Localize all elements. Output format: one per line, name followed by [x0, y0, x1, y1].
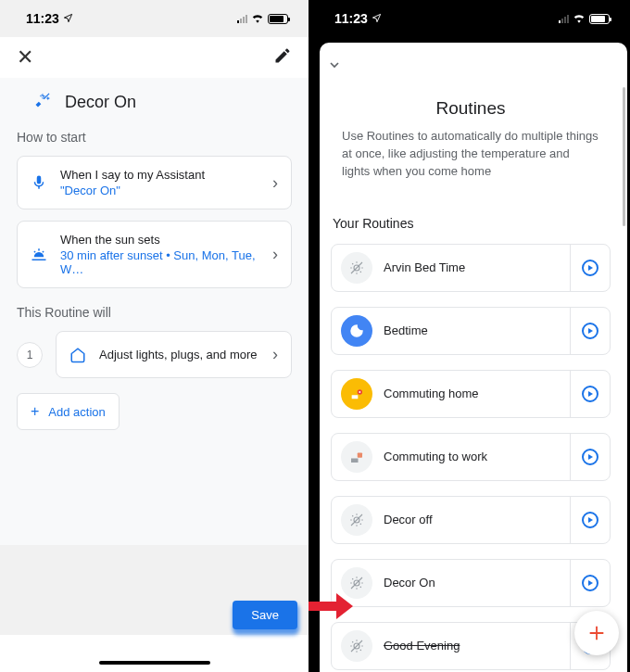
add-action-label: Add action [48, 405, 105, 419]
play-icon [582, 449, 598, 465]
play-icon [582, 323, 598, 339]
cellular-icon [237, 14, 247, 23]
voice-trigger-subtitle: "Decor On" [60, 184, 259, 197]
play-button[interactable] [571, 512, 610, 528]
play-button[interactable] [571, 386, 610, 402]
voice-trigger-card[interactable]: When I say to my Assistant "Decor On" › [17, 156, 292, 209]
battery-icon [268, 14, 288, 24]
routines-list-screen: 11:23 Routines Use Routines to automatic [309, 0, 630, 672]
wand-icon [33, 91, 52, 113]
sunset-trigger-title: When the sun sets [60, 233, 259, 247]
routine-name: Decor off [384, 513, 570, 526]
commute-home-icon [341, 378, 372, 410]
status-bar: 11:23 [0, 0, 309, 37]
voice-trigger-title: When I say to my Assistant [60, 168, 259, 182]
routine-name: Bedtime [384, 323, 570, 337]
routine-name: Good Evening [384, 639, 570, 653]
routine-will-label: This Routine will [17, 305, 292, 320]
close-icon[interactable]: ✕ [17, 45, 33, 70]
chevron-right-icon: › [272, 173, 278, 193]
routine-icon [341, 504, 372, 536]
chevron-down-icon[interactable] [327, 57, 342, 76]
routine-icon [341, 252, 372, 284]
battery-icon [589, 14, 610, 24]
how-to-start-label: How to start [17, 130, 292, 145]
home-icon [69, 347, 86, 363]
routine-title: Decor On [65, 93, 136, 112]
home-indicator[interactable] [99, 661, 210, 665]
chevron-right-icon: › [272, 245, 278, 264]
play-button[interactable] [571, 449, 610, 465]
sunset-icon [31, 247, 47, 263]
play-button[interactable] [571, 260, 610, 276]
your-routines-label: Your Routines [331, 216, 611, 231]
status-bar: 11:23 [309, 0, 630, 37]
page-title: Routines [320, 83, 622, 128]
play-button[interactable] [571, 323, 610, 339]
clock-text: 11:23 [26, 11, 59, 26]
wifi-icon [251, 12, 264, 26]
save-button[interactable]: Save [233, 601, 297, 629]
play-icon [582, 512, 598, 528]
plus-icon [586, 623, 607, 643]
chevron-right-icon: › [272, 345, 278, 364]
routine-item-arvin-bed-time[interactable]: Arvin Bed Time [331, 244, 611, 292]
sunset-trigger-subtitle: 30 min after sunset • Sun, Mon, Tue, W… [60, 248, 259, 276]
location-icon [372, 11, 382, 26]
play-button[interactable] [571, 575, 610, 591]
routine-icon [341, 567, 372, 599]
action-card[interactable]: Adjust lights, plugs, and more › [56, 331, 292, 378]
commute-work-icon [341, 441, 372, 473]
svg-rect-3 [358, 452, 362, 457]
svg-point-2 [359, 391, 360, 393]
routine-item-decor-on[interactable]: Decor On [331, 559, 611, 607]
routine-name: Decor On [384, 576, 570, 590]
moon-icon [341, 315, 372, 347]
routine-edit-screen: 11:23 ✕ Decor On How to star [0, 0, 309, 672]
routine-item-good-evening[interactable]: Good Evening [331, 622, 611, 670]
step-number: 1 [17, 342, 43, 368]
routine-name: Commuting home [384, 387, 570, 400]
page-description: Use Routines to automatically do multipl… [320, 128, 622, 181]
mic-icon [31, 174, 47, 191]
routine-item-decor-off[interactable]: Decor off [331, 496, 611, 544]
add-routine-fab[interactable] [574, 611, 619, 655]
plus-icon: + [31, 403, 39, 420]
routine-item-commuting-home[interactable]: Commuting home [331, 370, 611, 418]
play-icon [582, 386, 598, 402]
edit-icon[interactable] [273, 46, 292, 69]
routine-name: Commuting to work [384, 450, 570, 463]
play-icon [582, 575, 598, 591]
sunset-trigger-card[interactable]: When the sun sets 30 min after sunset • … [17, 221, 292, 288]
routine-item-commuting-work[interactable]: Commuting to work [331, 433, 611, 481]
play-icon [582, 260, 598, 276]
scrollbar[interactable] [623, 87, 625, 226]
location-icon [63, 11, 73, 26]
add-action-button[interactable]: + Add action [17, 393, 120, 430]
clock-text: 11:23 [334, 11, 368, 26]
routine-icon [341, 630, 372, 662]
routine-item-bedtime[interactable]: Bedtime [331, 307, 611, 355]
routine-name: Arvin Bed Time [384, 260, 570, 274]
wifi-icon [573, 12, 586, 26]
cellular-icon [559, 14, 569, 23]
action-label: Adjust lights, plugs, and more [99, 348, 259, 361]
